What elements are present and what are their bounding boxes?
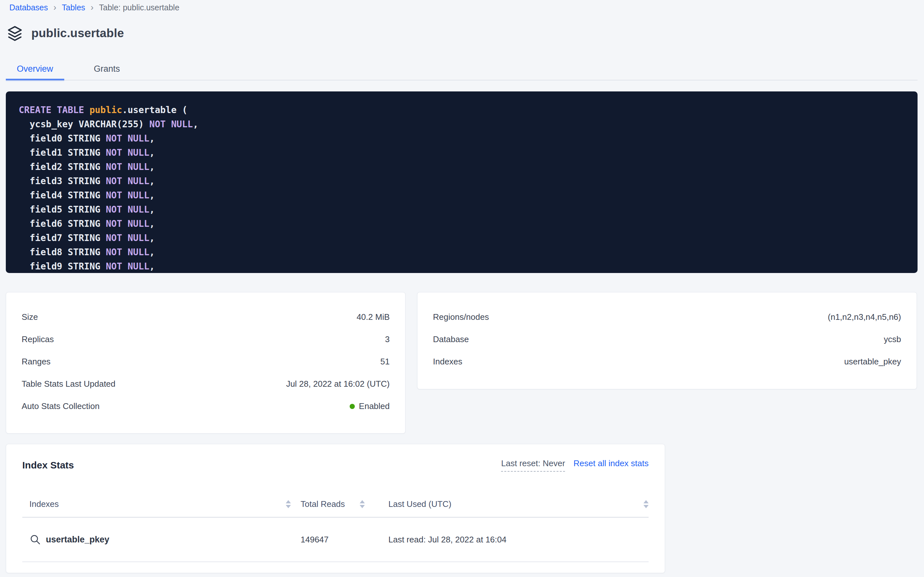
sql-token: field4 STRING	[19, 190, 106, 201]
stat-value: Jul 28, 2022 at 16:02 (UTC)	[286, 379, 390, 389]
sql-token: field0 STRING	[19, 133, 106, 144]
index-stats-card: Index Stats Last reset: Never Reset all …	[6, 444, 665, 573]
stat-value-text: 40.2 MiB	[357, 312, 390, 322]
stat-value-text: ycsb	[884, 334, 901, 344]
sort-arrows-icon[interactable]	[643, 500, 649, 508]
tab-overview[interactable]: Overview	[6, 59, 64, 81]
index-stats-actions: Last reset: Never Reset all index stats	[501, 458, 649, 472]
stat-row-ranges: Ranges51	[22, 351, 390, 373]
sql-token: ,	[149, 247, 155, 258]
table-meta-card: Regions/nodes(n1,n2,n3,n4,n5,n6)Database…	[417, 292, 917, 389]
breadcrumb-item-table-public-usertable: Table: public.usertable	[99, 2, 180, 13]
stat-row-table-stats-last-updated: Table Stats Last UpdatedJul 28, 2022 at …	[22, 373, 390, 395]
magnifier-icon	[29, 534, 41, 545]
page-title: public.usertable	[31, 26, 124, 40]
sort-desc-icon	[286, 505, 291, 508]
sql-token: field3 STRING	[19, 176, 106, 186]
stat-value: ycsb	[884, 334, 901, 344]
index-table-body: usertable_pkey149647Last read: Jul 28, 2…	[22, 517, 649, 562]
sql-token: NOT NULL	[106, 233, 149, 243]
sql-token: ,	[149, 190, 155, 201]
stat-value: 3	[385, 334, 390, 344]
index-stats-title: Index Stats	[22, 460, 74, 471]
index-name-cell[interactable]: usertable_pkey	[22, 534, 291, 545]
sql-code-line: field2 STRING NOT NULL,	[19, 160, 908, 174]
table-stack-icon	[6, 24, 23, 42]
sql-token: NOT NULL	[149, 119, 193, 129]
status-dot-icon	[350, 404, 355, 409]
sql-token: public	[90, 105, 122, 115]
sql-token: CREATE TABLE	[19, 105, 90, 115]
column-header-label: Total Reads	[301, 499, 345, 509]
sql-token: NOT NULL	[106, 247, 149, 258]
total-reads-cell: 149647	[291, 535, 381, 545]
sql-token: field9 STRING	[19, 261, 106, 272]
breadcrumb-item-tables[interactable]: Tables	[62, 2, 85, 13]
sql-token: NOT NULL	[106, 147, 149, 158]
stat-label: Indexes	[433, 357, 462, 367]
column-header-total-reads[interactable]: Total Reads	[291, 499, 381, 509]
sort-desc-icon	[643, 505, 649, 508]
tab-label: Grants	[94, 64, 120, 74]
stat-value-text: 3	[385, 334, 390, 344]
sql-code-line: field5 STRING NOT NULL,	[19, 203, 908, 217]
stat-value: usertable_pkey	[844, 357, 901, 367]
sort-asc-icon	[643, 500, 649, 503]
sql-token: ,	[149, 218, 155, 229]
stat-label: Size	[22, 312, 38, 322]
breadcrumb-separator-icon: ›	[54, 3, 56, 12]
index-table-header: IndexesTotal ReadsLast Used (UTC)	[22, 496, 649, 512]
tab-label: Overview	[17, 64, 53, 74]
sql-code-line: field6 STRING NOT NULL,	[19, 217, 908, 231]
sql-token: .usertable (	[122, 105, 187, 115]
sql-token: field2 STRING	[19, 161, 106, 172]
sql-token: NOT NULL	[106, 218, 149, 229]
sql-token: NOT NULL	[106, 204, 149, 215]
stat-value-text: Jul 28, 2022 at 16:02 (UTC)	[286, 379, 390, 389]
column-header-label: Indexes	[29, 499, 59, 509]
sql-token: NOT NULL	[106, 161, 149, 172]
index-table-row: usertable_pkey149647Last read: Jul 28, 2…	[22, 517, 649, 561]
sql-code-line: field9 STRING NOT NULL,	[19, 259, 908, 273]
create-table-sql-block[interactable]: CREATE TABLE public.usertable ( ycsb_key…	[6, 92, 918, 273]
stat-label: Replicas	[22, 334, 54, 344]
column-header-last-used-utc-[interactable]: Last Used (UTC)	[381, 499, 649, 509]
stat-value-text: Enabled	[359, 401, 390, 411]
sql-token: ycsb_key VARCHAR(255)	[19, 119, 149, 129]
sort-arrows-icon[interactable]	[286, 500, 291, 508]
sql-code-line: field0 STRING NOT NULL,	[19, 132, 908, 146]
stat-value: Enabled	[350, 401, 390, 411]
sql-token: field8 STRING	[19, 247, 106, 258]
sql-token: ,	[193, 119, 198, 129]
sql-token: field6 STRING	[19, 218, 106, 229]
breadcrumb-item-databases[interactable]: Databases	[10, 2, 48, 13]
stat-label: Ranges	[22, 357, 51, 367]
stat-row-size: Size40.2 MiB	[22, 306, 390, 328]
tab-grants[interactable]: Grants	[83, 59, 131, 81]
stat-row-auto-stats-collection: Auto Stats CollectionEnabled	[22, 395, 390, 417]
sql-token: NOT NULL	[106, 261, 149, 272]
breadcrumb: Databases›Tables›Table: public.usertable	[10, 2, 180, 13]
reset-all-index-stats-link[interactable]: Reset all index stats	[574, 458, 649, 469]
column-header-indexes[interactable]: Indexes	[22, 499, 291, 509]
last-reset-label[interactable]: Last reset: Never	[501, 458, 565, 472]
sql-token: field1 STRING	[19, 147, 106, 158]
sql-code-line: field7 STRING NOT NULL,	[19, 231, 908, 245]
sql-code-line: field4 STRING NOT NULL,	[19, 189, 908, 203]
sql-token: ,	[149, 176, 155, 186]
stat-label: Database	[433, 334, 469, 344]
stat-value: 40.2 MiB	[357, 312, 390, 322]
sql-token: ,	[149, 133, 155, 144]
table-row-divider	[22, 561, 649, 562]
stat-label: Table Stats Last Updated	[22, 379, 116, 389]
stat-value-text: (n1,n2,n3,n4,n5,n6)	[828, 312, 901, 322]
sql-token: ,	[149, 233, 155, 243]
sort-arrows-icon[interactable]	[360, 500, 365, 508]
sql-token: ,	[149, 204, 155, 215]
sql-code-line: field8 STRING NOT NULL,	[19, 245, 908, 259]
index-name[interactable]: usertable_pkey	[46, 535, 109, 545]
page-header: public.usertable	[6, 24, 124, 42]
stat-value-text: usertable_pkey	[844, 357, 901, 367]
sql-token: field5 STRING	[19, 204, 106, 215]
table-stats-card: Size40.2 MiBReplicas3Ranges51Table Stats…	[6, 292, 405, 434]
